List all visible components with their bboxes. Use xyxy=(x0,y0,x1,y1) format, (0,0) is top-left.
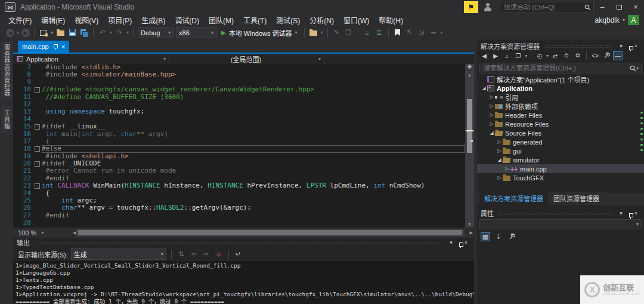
menu-item-3[interactable]: 项目(P) xyxy=(103,14,137,26)
window-position-caret-icon[interactable]: ▾ xyxy=(447,239,456,245)
code-line-13[interactable]: 13 using namespace touchgfx; xyxy=(13,108,465,115)
word-wrap-icon[interactable]: ↵ xyxy=(234,250,243,259)
collapsed-arrow-icon[interactable]: ▷ xyxy=(504,166,510,171)
tree-item-main.cpp[interactable]: ▷++main.cpp xyxy=(477,164,644,173)
fold-collapse-icon[interactable]: − xyxy=(35,183,40,189)
solution-search-input[interactable] xyxy=(482,64,630,72)
bookmark-caret-icon[interactable]: ▾ xyxy=(441,30,443,35)
menu-item-8[interactable]: 测试(S) xyxy=(271,14,305,26)
tool-tab-1[interactable]: 团队资源管理器 xyxy=(549,192,604,205)
platform-dropdown[interactable]: x86▾ xyxy=(176,27,216,38)
code-line-11[interactable]: 11 //#define CANVAS_BUFFER_SIZE (3600) xyxy=(13,94,465,101)
attach-caret-icon[interactable]: ▾ xyxy=(321,30,323,35)
forward-icon[interactable]: ▶ xyxy=(491,51,500,60)
collapsed-arrow-icon[interactable]: ▷ xyxy=(496,139,503,145)
debugger-caret-icon[interactable]: ▾ xyxy=(295,30,298,35)
tree-item-Source Files[interactable]: ◢Source Files xyxy=(477,128,644,137)
user-area[interactable]: akqbdlk ▾ A xyxy=(595,15,644,25)
fold-collapse-icon[interactable]: − xyxy=(35,161,40,167)
scroll-down-icon[interactable]: ▼ xyxy=(467,220,472,228)
undo-caret-icon[interactable]: ▾ xyxy=(110,30,112,35)
property-pages-wrench-icon[interactable] xyxy=(507,232,516,241)
menu-item-2[interactable]: 视图(V) xyxy=(70,14,103,26)
tree-item-gui[interactable]: ▷gui xyxy=(477,146,644,155)
tab-main-cpp[interactable]: main.cpp × xyxy=(18,41,69,53)
save-all-icon[interactable] xyxy=(79,28,89,37)
menu-item-6[interactable]: 团队(M) xyxy=(204,14,239,26)
collapsed-arrow-icon[interactable]: ▷ xyxy=(488,112,495,118)
expanded-arrow-icon[interactable]: ◢ xyxy=(496,157,503,162)
menu-item-1[interactable]: 编辑(E) xyxy=(36,14,70,26)
code-line-26[interactable]: 26 char** argv = touchgfx::HALSDL2::getA… xyxy=(13,204,465,211)
tab-close-icon[interactable]: × xyxy=(61,43,65,50)
navigate-forward-icon[interactable]: ▶ xyxy=(21,29,30,37)
tree-item-Header Files[interactable]: ▷Header Files xyxy=(477,110,644,119)
title-bar[interactable]: ⋈ Application - Microsoft Visual Studio … xyxy=(0,0,644,14)
properties-title-bar[interactable]: 属性 ▾ × xyxy=(477,208,644,218)
categorized-icon[interactable]: ▦ xyxy=(481,232,490,241)
save-icon[interactable] xyxy=(67,28,77,37)
menu-item-10[interactable]: 窗口(W) xyxy=(339,14,374,26)
solution-tree[interactable]: 解决方案"Application"(1 个项目)◢Application▷引用▷… xyxy=(477,75,644,183)
tree-item-Application[interactable]: ◢Application xyxy=(477,84,644,93)
copy-icon[interactable]: ❐ xyxy=(344,28,354,37)
tree-item-外部依赖项[interactable]: ▷外部依赖项 xyxy=(477,102,644,110)
code-line-21[interactable]: 21 #error Cannot run in unicode mode xyxy=(13,167,465,174)
preview-selected-items-toggle[interactable]: ― xyxy=(613,51,623,60)
properties-wrench-icon[interactable] xyxy=(602,51,611,60)
collapsed-arrow-icon[interactable]: ▷ xyxy=(488,121,495,127)
tool-tab-0[interactable]: 解决方案资源管理器 xyxy=(479,192,548,205)
fold-collapse-icon[interactable]: − xyxy=(35,146,40,152)
bookmark-icon[interactable] xyxy=(393,28,402,37)
tree-item-引用[interactable]: ▷引用 xyxy=(477,93,644,102)
next-bookmark-icon[interactable]: ⇲ xyxy=(417,28,426,37)
properties-object-dropdown[interactable]: ▾ xyxy=(479,219,642,229)
menu-item-5[interactable]: 调试(D) xyxy=(170,14,204,26)
filter-caret-icon[interactable]: ▾ xyxy=(546,53,549,59)
left-tab-0[interactable]: 服务器资源管理器 xyxy=(1,41,13,100)
back-icon[interactable]: ◀ xyxy=(479,51,489,60)
redo-caret-icon[interactable]: ▾ xyxy=(126,30,129,35)
pending-changes-filter-icon[interactable]: ◴ xyxy=(535,51,544,60)
close-button[interactable]: × xyxy=(627,1,644,13)
clear-all-icon[interactable]: ⦻ xyxy=(214,250,224,259)
tree-item-simulator[interactable]: ◢simulator xyxy=(477,155,644,164)
scope-dropdown[interactable]: (全局范围) ▾ xyxy=(170,54,325,64)
find-icon[interactable]: ✎ xyxy=(332,28,342,37)
menu-item-11[interactable]: 帮助(H) xyxy=(374,14,408,26)
code-line-16[interactable]: 16 int main(int argc, char** argv) xyxy=(13,131,465,138)
scroll-up-icon[interactable]: ▲ xyxy=(467,71,472,78)
expanded-arrow-icon[interactable]: ◢ xyxy=(488,130,495,136)
new-project-caret-icon[interactable]: ▾ xyxy=(51,30,53,35)
next-message-icon[interactable]: ⇨ xyxy=(202,250,211,259)
switch-views-icon[interactable]: ❐ xyxy=(513,51,523,60)
collapsed-arrow-icon[interactable]: ▷ xyxy=(496,148,503,153)
comment-icon[interactable]: ≡ xyxy=(363,28,372,37)
feedback-person-icon[interactable] xyxy=(483,2,495,13)
navigate-back-icon[interactable]: ◀ xyxy=(6,29,14,37)
editor-vertical-scrollbar[interactable]: ✥ ▲ ▼ xyxy=(465,64,474,228)
configuration-dropdown[interactable]: Debug▾ xyxy=(138,27,174,38)
collapse-all-icon[interactable]: ⧉ xyxy=(573,51,583,60)
project-dropdown[interactable]: Application ▾ xyxy=(13,54,170,64)
code-line-27[interactable]: 27 #endif xyxy=(13,212,465,219)
refresh-icon[interactable]: ⥁ xyxy=(562,51,571,60)
attach-process-icon[interactable] xyxy=(309,28,318,37)
menu-item-9[interactable]: 分析(N) xyxy=(305,14,339,26)
vertical-scroll-thumb[interactable] xyxy=(467,99,472,153)
tree-item-解决方案"Application"(1 个项目)[interactable]: 解决方案"Application"(1 个项目) xyxy=(477,75,644,84)
solution-explorer-title-bar[interactable]: 解决方案资源管理器 ▾ × xyxy=(477,39,644,49)
code-lines[interactable]: 7 #include <stdlib.h>8 #include <simulat… xyxy=(13,64,465,228)
code-line-28[interactable]: 28 xyxy=(13,219,465,226)
collapsed-arrow-icon[interactable]: ▷ xyxy=(488,103,495,109)
navigate-back-caret-icon[interactable]: ▾ xyxy=(17,30,19,35)
tree-item-Resource Files[interactable]: ▷Resource Files xyxy=(477,119,644,128)
window-position-caret-icon[interactable]: ▾ xyxy=(617,210,626,216)
collapsed-arrow-icon[interactable]: ▷ xyxy=(496,175,503,180)
restore-button[interactable] xyxy=(611,1,627,13)
collapsed-arrow-icon[interactable]: ▷ xyxy=(488,94,495,100)
search-caret-icon[interactable]: ▾ xyxy=(636,66,639,71)
solution-search-box[interactable]: ▾ xyxy=(479,63,642,73)
window-position-caret-icon[interactable]: ▾ xyxy=(617,43,626,49)
horizontal-scroll-thumb[interactable] xyxy=(78,230,462,235)
